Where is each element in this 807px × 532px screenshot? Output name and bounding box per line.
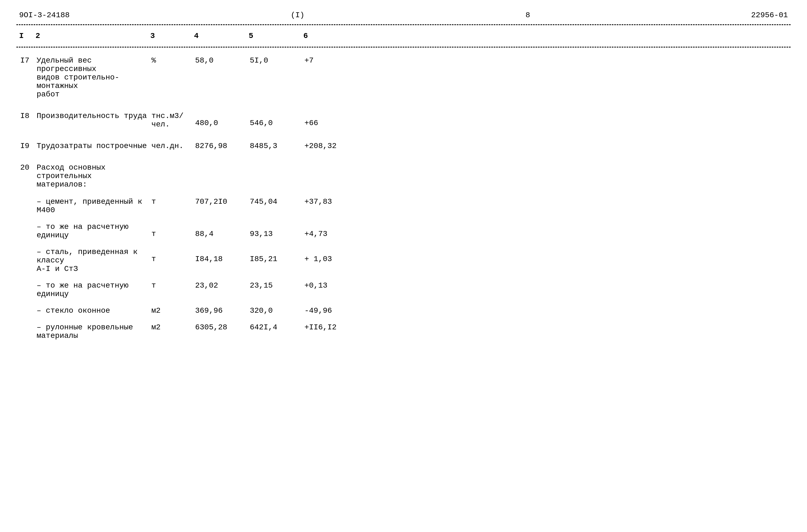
row-unit: [150, 163, 194, 164]
row-val5: I85,21: [249, 247, 303, 264]
row-val6: +37,83: [303, 197, 358, 207]
col-header-1: I: [19, 32, 36, 40]
row-description: – сталь, приведенная к классу А-I и СтЗ: [36, 247, 150, 274]
row-val6: +208,32: [303, 141, 358, 151]
table-row: – рулонные кровельные материалы м2 6305,…: [16, 321, 791, 342]
table-row: I8 Производительность труда тнс.м3/ чел.…: [16, 109, 791, 132]
row-description: Расход основных строительных материалов:: [36, 163, 150, 189]
col-header-4: 4: [194, 32, 249, 40]
row-val4: 6305,28: [194, 323, 249, 332]
header-center1: (I): [291, 11, 305, 19]
table-row: – то же на расчетную единицу т 88,4 93,1…: [16, 221, 791, 242]
row-unit: т: [150, 222, 194, 239]
row-description: Производительность труда: [36, 111, 150, 121]
row-id: [19, 222, 36, 223]
row-id: [19, 197, 36, 198]
header-center2: 8: [526, 11, 530, 19]
row-description: – цемент, приведенный к М400: [36, 197, 150, 215]
data-table: I7 Удельный вес прогрессивных видов стро…: [16, 53, 791, 342]
row-val4: 369,96: [194, 306, 249, 316]
row-val4: 58,0: [194, 56, 249, 65]
row-description: – то же на расчетную единицу: [36, 222, 150, 240]
row-description: – то же на расчетную единицу: [36, 281, 150, 299]
row-description: – рулонные кровельные материалы: [36, 323, 150, 341]
row-val4: 88,4: [194, 222, 249, 239]
col-header-5: 5: [249, 32, 303, 40]
table-row: – то же на расчетную единицу т 23,02 23,…: [16, 279, 791, 300]
column-headers: I 2 3 4 5 6: [16, 28, 791, 44]
row-val6: -49,96: [303, 306, 358, 316]
row-unit: м2: [150, 323, 194, 332]
header-dashed-line: [16, 47, 791, 48]
row-unit: т: [150, 281, 194, 290]
row-id: [19, 306, 36, 307]
table-row: I7 Удельный вес прогрессивных видов стро…: [16, 53, 791, 102]
row-val4: 707,2I0: [194, 197, 249, 207]
row-id: [19, 323, 36, 324]
row-val4: 8276,98: [194, 141, 249, 151]
row-val5: 642I,4: [249, 323, 303, 332]
row-val5: 745,04: [249, 197, 303, 207]
row-val6: +7: [303, 56, 358, 65]
table-row: – цемент, приведенный к М400 т 707,2I0 7…: [16, 195, 791, 216]
row-description: – стекло оконное: [36, 306, 150, 316]
row-val5: 320,0: [249, 306, 303, 316]
row-val5: 5I,0: [249, 56, 303, 65]
row-val6: +0,13: [303, 281, 358, 290]
row-val6: + 1,03: [303, 247, 358, 264]
table-row: – стекло оконное м2 369,96 320,0 -49,96: [16, 304, 791, 317]
row-val5: [249, 163, 303, 164]
row-val6: +4,73: [303, 222, 358, 239]
col-header-6: 6: [303, 32, 358, 40]
row-val6: +66: [303, 111, 358, 128]
row-id: I8: [19, 111, 36, 121]
header-right: 22956-01: [751, 11, 788, 19]
row-unit: м2: [150, 306, 194, 316]
row-val4: 480,0: [194, 111, 249, 128]
table-row: – сталь, приведенная к классу А-I и СтЗ …: [16, 246, 791, 275]
row-id: 20: [19, 163, 36, 172]
row-val6: [303, 163, 358, 164]
row-val5: 23,15: [249, 281, 303, 290]
row-id: [19, 247, 36, 248]
row-id: I9: [19, 141, 36, 151]
row-val5: 546,0: [249, 111, 303, 128]
row-unit: т: [150, 197, 194, 207]
row-description: Удельный вес прогрессивных видов строите…: [36, 56, 150, 99]
col-header-2: 2: [36, 32, 150, 40]
row-val5: 8485,3: [249, 141, 303, 151]
row-unit: %: [150, 56, 194, 65]
row-id: [19, 281, 36, 282]
row-unit: чел.дн.: [150, 141, 194, 151]
row-val4: I84,18: [194, 247, 249, 264]
row-description: Трудозатраты построечные: [36, 141, 150, 151]
row-unit: тнс.м3/ чел.: [150, 111, 194, 129]
table-row: I9 Трудозатраты построечные чел.дн. 8276…: [16, 138, 791, 153]
header-row: 9OI-3-24188 (I) 8 22956-01: [16, 11, 791, 19]
header-left: 9OI-3-24188: [19, 11, 70, 19]
col-header-3: 3: [150, 32, 194, 40]
row-val6: +II6,I2: [303, 323, 358, 332]
row-id: I7: [19, 56, 36, 65]
row-unit: т: [150, 247, 194, 264]
row-val5: 93,13: [249, 222, 303, 239]
top-dashed-line: [16, 24, 791, 25]
row-val4: [194, 163, 249, 164]
row-val4: 23,02: [194, 281, 249, 290]
table-row: 20 Расход основных строительных материал…: [16, 160, 791, 192]
